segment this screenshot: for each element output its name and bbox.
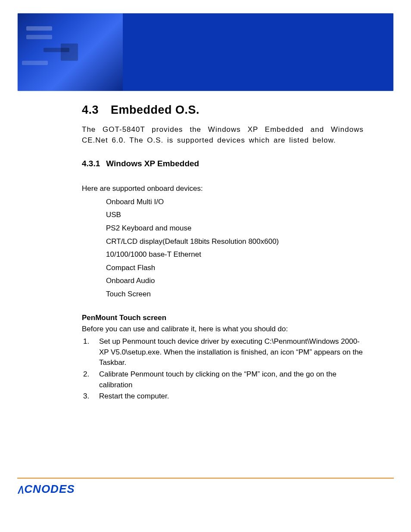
page: 4.3Embedded O.S. The GOT-5840T provides … (0, 0, 411, 532)
brand-name: CNODES (24, 482, 75, 495)
list-item: Compact Flash (106, 263, 364, 274)
brand-logo: ΛCNODES (17, 481, 394, 498)
devices-lead: Here are supported onboard devices: (82, 184, 364, 194)
penmount-before: Before you can use and calibrate it, her… (82, 324, 364, 335)
list-item: Onboard Audio (106, 276, 364, 286)
list-item: 10/100/1000 base-T Ethernet (106, 249, 364, 260)
header-banner (17, 13, 394, 91)
section-title: Embedded O.S. (111, 103, 199, 116)
list-item: PS2 Keyboard and mouse (106, 223, 364, 234)
list-item: CRT/LCD display(Default 18bits Resolutio… (106, 236, 364, 247)
content-area: 4.3Embedded O.S. The GOT-5840T provides … (17, 102, 394, 402)
device-list: Onboard Multi I/O USB PS2 Keyboard and m… (82, 197, 364, 300)
list-item: Restart the computer. (91, 391, 364, 402)
penmount-steps: Set up Penmount touch device driver by e… (82, 336, 364, 402)
banner-solid (123, 13, 393, 91)
footer-rule (17, 478, 394, 479)
subsection-number: 4.3.1 (82, 158, 100, 170)
subsection-heading: 4.3.1Windows XP Embedded (82, 158, 364, 170)
page-footer: ΛCNODES (17, 478, 394, 498)
list-item: Set up Penmount touch device driver by e… (91, 336, 364, 368)
subsection-title: Windows XP Embedded (106, 159, 199, 168)
section-intro: The GOT-5840T provides the Windows XP Em… (82, 124, 364, 146)
section-number: 4.3 (82, 102, 99, 118)
list-item: Onboard Multi I/O (106, 197, 364, 208)
section-heading: 4.3Embedded O.S. (82, 102, 364, 118)
list-item: Touch Screen (106, 289, 364, 300)
list-item: USB (106, 210, 364, 221)
logo-caret-icon: Λ (18, 482, 25, 498)
banner-circuit-art (18, 13, 123, 91)
penmount-heading: PenMount Touch screen (82, 313, 364, 324)
list-item: Calibrate Penmount touch by clicking on … (91, 369, 364, 390)
